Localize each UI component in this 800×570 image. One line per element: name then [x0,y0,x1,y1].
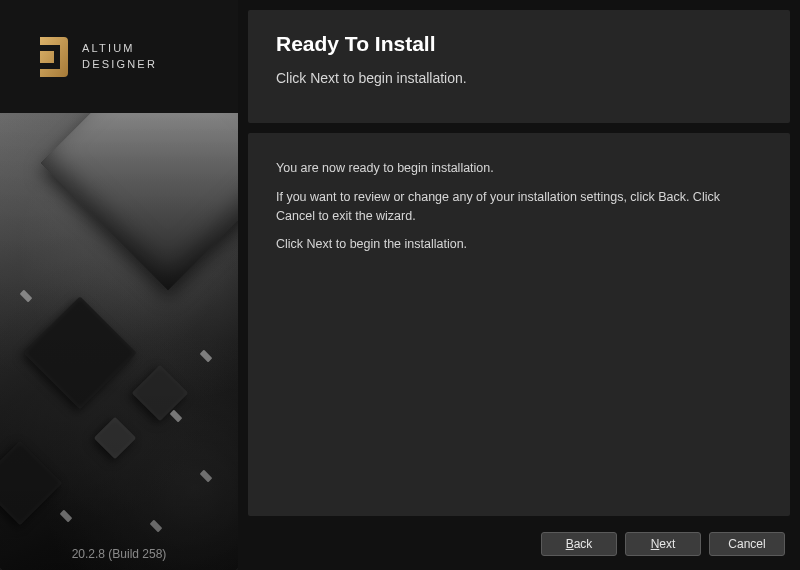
header-panel: Ready To Install Click Next to begin ins… [248,10,790,123]
logo-area: ALTIUM DESIGNER [0,0,238,113]
sidebar: ALTIUM DESIGNER 20.2.8 (Build 258) [0,0,238,570]
back-button[interactable]: Back [541,532,617,556]
next-button[interactable]: Next [625,532,701,556]
decorative-smd [150,520,163,533]
decorative-chip [23,296,136,409]
decorative-smd [20,290,33,303]
brand-line2: DESIGNER [82,57,157,73]
brand-logo: ALTIUM DESIGNER [30,33,157,81]
decorative-smd [200,350,213,363]
content-p1: You are now ready to begin installation. [276,159,762,178]
content-p2: If you want to review or change any of y… [276,188,762,226]
decorative-smd [170,410,183,423]
content-p3: Click Next to begin the installation. [276,235,762,254]
page-subtitle: Click Next to begin installation. [276,70,762,86]
version-label: 20.2.8 (Build 258) [0,547,238,561]
button-row: Back Next Cancel [248,532,790,560]
brand-text: ALTIUM DESIGNER [82,41,157,73]
decorative-smd [200,470,213,483]
decorative-chip [0,441,62,526]
decorative-chip [132,365,189,422]
sidebar-artwork: 20.2.8 (Build 258) [0,113,238,570]
main-panel: Ready To Install Click Next to begin ins… [238,0,800,570]
page-title: Ready To Install [276,32,762,56]
decorative-chip [94,417,136,459]
content-panel: You are now ready to begin installation.… [248,133,790,516]
decorative-smd [60,510,73,523]
cancel-button[interactable]: Cancel [709,532,785,556]
altium-logo-icon [30,33,72,81]
brand-line1: ALTIUM [82,41,157,57]
